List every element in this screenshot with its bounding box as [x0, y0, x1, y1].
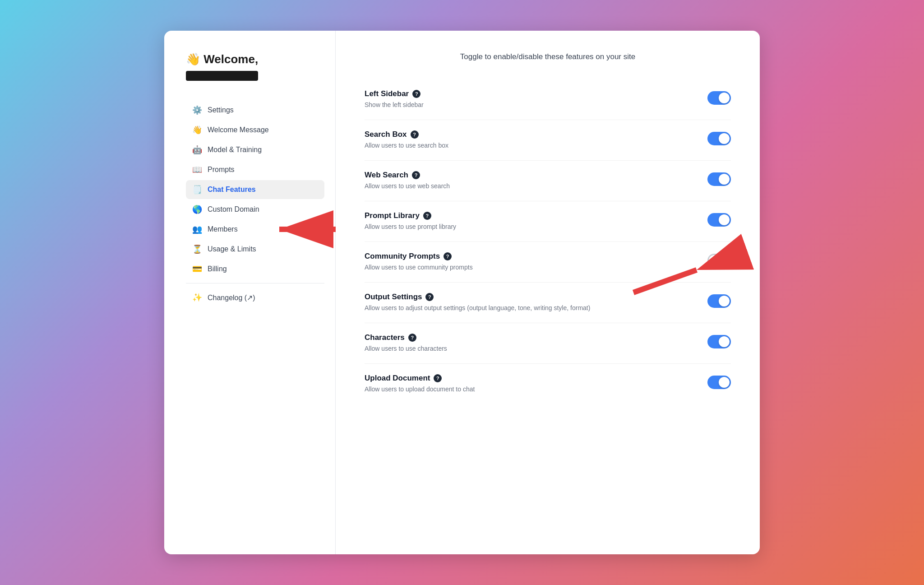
sidebar-item-label: Members [208, 225, 238, 233]
usage-icon: ⏳ [192, 244, 202, 254]
sidebar-item-label: Model & Training [208, 146, 262, 154]
billing-icon: 💳 [192, 264, 202, 274]
help-icon-search-box[interactable]: ? [411, 130, 419, 139]
help-icon-left-sidebar[interactable]: ? [412, 90, 420, 98]
feature-row-left-sidebar: Left Sidebar ? Show the left sidebar [365, 79, 731, 120]
content-header: Toggle to enable/disable these features … [365, 52, 731, 61]
sidebar-item-settings[interactable]: ⚙️ Settings [186, 101, 324, 120]
toggle-upload-document[interactable] [707, 376, 731, 389]
sidebar-item-usage-limits[interactable]: ⏳ Usage & Limits [186, 240, 324, 259]
feature-title: Left Sidebar ? [365, 89, 644, 98]
toggle-wrap-upload-document [707, 374, 731, 389]
toggle-wrap-web-search [707, 171, 731, 186]
username-bar [186, 71, 258, 81]
feature-info: Left Sidebar ? Show the left sidebar [365, 89, 644, 110]
toggle-wrap-left-sidebar [707, 89, 731, 105]
feature-info: Web Search ? Allow users to use web sear… [365, 171, 644, 191]
sidebar-item-label: Chat Features [208, 186, 256, 194]
sidebar-item-custom-domain[interactable]: 🌎 Custom Domain [186, 200, 324, 219]
feature-row-web-search: Web Search ? Allow users to use web sear… [365, 161, 731, 201]
prompts-icon: 📖 [192, 165, 202, 175]
sidebar-nav: ⚙️ Settings 👋 Welcome Message 🤖 Model & … [186, 101, 324, 307]
feature-title: Web Search ? [365, 171, 644, 180]
feature-info: Community Prompts ? Allow users to use c… [365, 252, 644, 272]
sidebar-item-label: Custom Domain [208, 205, 259, 214]
sidebar-item-prompts[interactable]: 📖 Prompts [186, 160, 324, 179]
feature-desc: Show the left sidebar [365, 100, 644, 110]
toggle-community-prompts[interactable] [707, 254, 731, 267]
toggle-wrap-community-prompts [707, 252, 731, 267]
feature-title: Search Box ? [365, 130, 644, 139]
help-icon-web-search[interactable]: ? [412, 171, 420, 179]
feature-row-prompt-library: Prompt Library ? Allow users to use prom… [365, 201, 731, 242]
help-icon-characters[interactable]: ? [408, 334, 416, 342]
toggle-wrap-search-box [707, 130, 731, 145]
sidebar-item-label: Changelog (↗) [208, 293, 255, 302]
toggle-search-box[interactable] [707, 132, 731, 145]
help-icon-prompt-library[interactable]: ? [423, 212, 431, 220]
feature-info: Upload Document ? Allow users to upload … [365, 374, 644, 394]
content-panel: Toggle to enable/disable these features … [336, 31, 760, 554]
sidebar-item-label: Billing [208, 265, 227, 273]
feature-desc: Allow users to use prompt library [365, 222, 644, 232]
feature-row-output-settings: Output Settings ? Allow users to adjust … [365, 283, 731, 323]
sidebar-item-label: Welcome Message [208, 126, 269, 134]
toggle-characters[interactable] [707, 335, 731, 348]
chat-features-icon: 🗒️ [192, 185, 202, 195]
feature-row-upload-document: Upload Document ? Allow users to upload … [365, 364, 731, 404]
feature-desc: Allow users to use characters [365, 344, 644, 353]
toggle-left-sidebar[interactable] [707, 91, 731, 105]
welcome-icon: 👋 [192, 125, 202, 135]
feature-desc: Allow users to adjust output settings (o… [365, 303, 644, 313]
feature-desc: Allow users to use web search [365, 181, 644, 191]
feature-list: Left Sidebar ? Show the left sidebar S [365, 79, 731, 404]
welcome-block: 👋 Welcome, [186, 52, 324, 81]
sidebar: 👋 Welcome, ⚙️ Settings 👋 Welcome Message… [164, 31, 336, 554]
feature-info: Search Box ? Allow users to use search b… [365, 130, 644, 150]
nav-divider [186, 283, 324, 283]
feature-desc: Allow users to upload document to chat [365, 385, 644, 394]
sidebar-item-members[interactable]: 👥 Members [186, 220, 324, 239]
feature-title: Upload Document ? [365, 374, 644, 383]
feature-desc: Allow users to use search box [365, 141, 644, 150]
feature-title: Community Prompts ? [365, 252, 644, 261]
changelog-icon: ✨ [192, 292, 202, 302]
help-icon-upload-document[interactable]: ? [434, 374, 442, 382]
feature-info: Output Settings ? Allow users to adjust … [365, 292, 644, 313]
sidebar-item-label: Settings [208, 106, 234, 114]
sidebar-item-model-training[interactable]: 🤖 Model & Training [186, 140, 324, 159]
toggle-prompt-library[interactable] [707, 213, 731, 227]
toggle-web-search[interactable] [707, 172, 731, 186]
feature-row-search-box: Search Box ? Allow users to use search b… [365, 120, 731, 161]
feature-desc: Allow users to use community prompts [365, 263, 644, 272]
members-icon: 👥 [192, 224, 202, 234]
sidebar-item-welcome-message[interactable]: 👋 Welcome Message [186, 121, 324, 139]
help-icon-output-settings[interactable]: ? [425, 293, 434, 301]
sidebar-item-changelog[interactable]: ✨ Changelog (↗) [186, 288, 324, 307]
settings-icon: ⚙️ [192, 105, 202, 115]
toggle-wrap-output-settings [707, 292, 731, 308]
sidebar-item-billing[interactable]: 💳 Billing [186, 260, 324, 279]
toggle-wrap-prompt-library [707, 211, 731, 227]
feature-row-community-prompts: Community Prompts ? Allow users to use c… [365, 242, 731, 283]
sidebar-item-chat-features[interactable]: 🗒️ Chat Features [186, 180, 324, 199]
welcome-greeting: 👋 Welcome, [186, 52, 324, 66]
feature-title: Prompt Library ? [365, 211, 644, 220]
sidebar-item-label: Usage & Limits [208, 245, 256, 253]
feature-row-characters: Characters ? Allow users to use characte… [365, 323, 731, 364]
help-icon-community-prompts[interactable]: ? [444, 252, 452, 260]
model-icon: 🤖 [192, 145, 202, 155]
sidebar-item-label: Prompts [208, 166, 235, 174]
feature-info: Prompt Library ? Allow users to use prom… [365, 211, 644, 232]
main-card: 👋 Welcome, ⚙️ Settings 👋 Welcome Message… [164, 31, 760, 554]
toggle-output-settings[interactable] [707, 294, 731, 308]
feature-title: Characters ? [365, 333, 644, 342]
feature-title: Output Settings ? [365, 292, 644, 302]
feature-info: Characters ? Allow users to use characte… [365, 333, 644, 353]
custom-domain-icon: 🌎 [192, 204, 202, 214]
toggle-wrap-characters [707, 333, 731, 348]
